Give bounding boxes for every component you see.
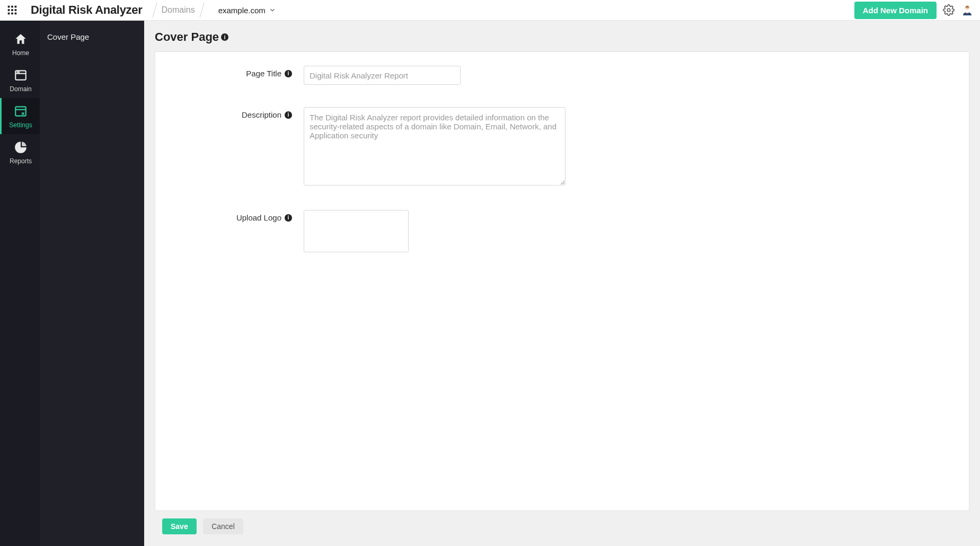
cancel-button[interactable]: Cancel (203, 518, 243, 534)
brand-title: Digital Risk Analyzer (31, 3, 143, 17)
home-icon (14, 32, 28, 46)
gear-icon[interactable] (943, 4, 955, 16)
upload-logo-dropzone[interactable] (304, 210, 409, 252)
svg-rect-0 (8, 6, 10, 8)
svg-point-9 (947, 8, 950, 12)
upload-logo-label: Upload Logo (236, 213, 281, 222)
svg-point-15 (19, 72, 19, 72)
content-area: Cover Page i Page Title i Description (144, 21, 980, 546)
svg-rect-5 (15, 9, 17, 11)
apps-grid-icon[interactable] (6, 4, 18, 16)
user-avatar-icon[interactable] (961, 4, 974, 16)
info-icon[interactable]: i (285, 70, 292, 77)
svg-rect-3 (8, 9, 10, 11)
topbar: Digital Risk Analyzer Domains example.co… (0, 0, 980, 21)
page-title: Cover Page i (155, 30, 969, 44)
subnav: Cover Page (40, 21, 144, 546)
info-icon[interactable]: i (285, 214, 292, 222)
chevron-down-icon (269, 6, 276, 14)
current-domain-label: example.com (218, 6, 266, 15)
svg-rect-6 (8, 13, 10, 15)
page-title-text: Cover Page (155, 30, 219, 44)
form-row-page-title: Page Title i (176, 66, 948, 85)
svg-rect-8 (15, 13, 17, 15)
svg-rect-7 (11, 13, 13, 15)
breadcrumb-separator-icon (151, 3, 158, 17)
settings-tools-icon (14, 104, 28, 118)
form-panel[interactable]: Page Title i Description i (155, 51, 969, 511)
svg-point-14 (17, 72, 17, 72)
nav-item-label: Home (12, 49, 29, 57)
svg-rect-11 (966, 12, 969, 13)
nav-item-domain[interactable]: Domain (0, 62, 40, 98)
nav-item-settings[interactable]: Settings (0, 98, 40, 134)
pie-chart-icon (14, 140, 28, 154)
browser-window-icon (14, 68, 28, 82)
info-icon[interactable]: i (285, 111, 292, 119)
form-row-description: Description i (176, 107, 948, 188)
info-icon[interactable]: i (221, 33, 228, 41)
subnav-item-cover-page[interactable]: Cover Page (40, 28, 144, 46)
add-new-domain-button[interactable]: Add New Domain (854, 2, 937, 19)
nav-item-label: Reports (10, 157, 32, 165)
description-textarea[interactable] (304, 107, 566, 186)
nav-rail: Home Domain Settings Reports (0, 21, 40, 546)
breadcrumb-domains[interactable]: Domains (162, 5, 195, 15)
nav-item-reports[interactable]: Reports (0, 134, 40, 170)
action-bar: Save Cancel (155, 511, 969, 534)
svg-rect-1 (11, 6, 13, 8)
nav-item-label: Settings (9, 121, 32, 129)
domain-switcher[interactable]: example.com (218, 6, 276, 15)
breadcrumb-separator-icon (198, 3, 206, 17)
description-label: Description (242, 110, 281, 119)
form-row-upload-logo: Upload Logo i (176, 210, 948, 252)
svg-rect-4 (11, 9, 13, 11)
nav-item-home[interactable]: Home (0, 26, 40, 62)
svg-rect-2 (15, 6, 17, 8)
save-button[interactable]: Save (162, 518, 197, 534)
page-title-label: Page Title (246, 69, 281, 78)
page-title-input[interactable] (304, 66, 461, 85)
nav-item-label: Domain (10, 85, 31, 93)
